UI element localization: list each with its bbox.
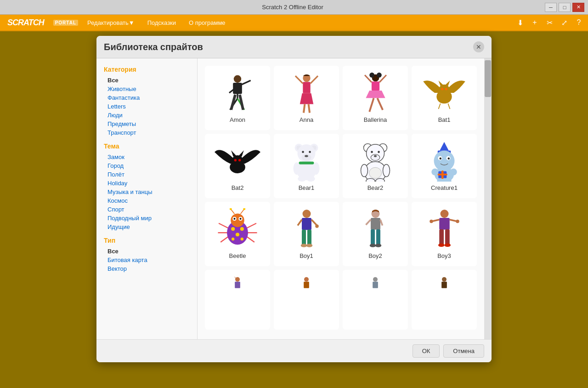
maximize-button[interactable]: □ [559, 3, 571, 12]
sidebar-item-fantasy[interactable]: Фантастика [104, 93, 190, 102]
svg-point-120 [440, 210, 448, 218]
svg-rect-49 [299, 162, 314, 165]
list-item[interactable]: Anna [274, 66, 339, 130]
sidebar-item-vector[interactable]: Вектор [104, 264, 190, 273]
sprites-grid: Amon [201, 62, 481, 336]
svg-point-101 [232, 238, 235, 241]
svg-point-130 [235, 277, 240, 282]
list-item[interactable]: Ballerina [343, 66, 408, 130]
svg-marker-22 [366, 91, 385, 98]
dialog-close-button[interactable]: ✕ [473, 41, 484, 52]
sidebar-item-flight[interactable]: Полёт [104, 170, 190, 179]
sidebar-item-music[interactable]: Музыка и танцы [104, 188, 190, 196]
list-item[interactable]: Boy2 [343, 202, 408, 266]
svg-point-66 [376, 178, 385, 182]
list-item[interactable]: Bear2 [343, 134, 408, 198]
list-item[interactable] [205, 270, 270, 330]
svg-point-17 [369, 73, 374, 78]
list-item[interactable] [343, 270, 408, 330]
svg-marker-27 [439, 80, 444, 86]
cancel-button[interactable]: Отмена [443, 344, 484, 358]
portal-badge: PORTAL [53, 20, 78, 26]
svg-point-106 [315, 224, 319, 228]
svg-point-132 [304, 277, 309, 282]
list-item[interactable]: Beetle [205, 202, 270, 266]
svg-point-100 [236, 233, 239, 236]
sidebar-item-people[interactable]: Люди [104, 111, 190, 120]
list-item[interactable]: Bat1 [412, 66, 477, 130]
list-item[interactable]: Creature1 [412, 134, 477, 198]
menu-about[interactable]: О программе [185, 17, 229, 28]
svg-point-128 [438, 244, 445, 247]
sidebar-item-sport[interactable]: Спорт [104, 205, 190, 214]
list-item[interactable]: Boy1 [274, 202, 339, 266]
list-item[interactable] [274, 270, 339, 330]
ok-button[interactable]: ОК [413, 344, 440, 358]
svg-rect-6 [233, 83, 242, 94]
sidebar-item-underwater[interactable]: Подводный мир [104, 214, 190, 223]
sidebar-item-transport[interactable]: Транспорт [104, 128, 190, 137]
list-item[interactable]: Bear1 [274, 134, 339, 198]
sidebar-item-all-cat[interactable]: Все [104, 76, 190, 85]
fullscreen-icon[interactable]: ⤢ [559, 17, 570, 28]
svg-point-64 [383, 165, 390, 177]
theme-section-title: Тема [104, 143, 190, 150]
sidebar-item-city[interactable]: Город [104, 161, 190, 170]
svg-rect-10 [303, 82, 310, 93]
content-wrapper: Amon [198, 58, 492, 339]
sidebar-item-objects[interactable]: Предметы [104, 120, 190, 128]
cut-icon[interactable]: ✂ [544, 17, 555, 28]
download-icon[interactable]: ⬇ [514, 17, 526, 28]
sidebar-item-walking[interactable]: Идущие [104, 223, 190, 231]
menu-bar: SCRATCH PORTAL Редактировать▼ Подсказки … [0, 15, 588, 31]
svg-point-45 [305, 155, 308, 157]
sprite-label: Boy2 [368, 252, 382, 259]
sprite-label: Bat1 [438, 116, 451, 123]
sidebar-item-holiday[interactable]: Holiday [104, 179, 190, 188]
svg-line-24 [377, 98, 383, 110]
svg-point-37 [234, 159, 237, 161]
sprite-image-anna [283, 72, 329, 114]
sprite-label: Boy1 [300, 252, 313, 259]
close-button[interactable]: ✕ [572, 3, 584, 12]
svg-point-125 [456, 220, 459, 223]
svg-rect-116 [371, 229, 375, 245]
sidebar-item-all-type[interactable]: Все [104, 247, 190, 256]
svg-line-15 [308, 104, 309, 113]
sprite-label: Anna [300, 116, 313, 123]
add-icon[interactable]: + [529, 17, 540, 28]
svg-rect-104 [302, 218, 311, 230]
svg-point-50 [294, 162, 300, 175]
sidebar-item-letters[interactable]: Letters [104, 102, 190, 111]
svg-point-92 [233, 218, 235, 220]
minimize-button[interactable]: ─ [545, 3, 557, 12]
scrollbar[interactable] [484, 58, 492, 339]
sprite-library-dialog: Библиотека спрайтов ✕ Категория Все Живо… [96, 36, 492, 362]
sidebar-item-space[interactable]: Космос [104, 196, 190, 205]
sprite-label: Bear1 [299, 184, 315, 191]
svg-rect-108 [302, 230, 306, 245]
list-item[interactable] [412, 270, 477, 330]
svg-point-119 [375, 244, 381, 247]
sprite-image-dee [421, 276, 467, 299]
list-item[interactable]: Bat2 [205, 134, 270, 198]
svg-rect-77 [438, 174, 447, 176]
sidebar-item-bitmap[interactable]: Битовая карта [104, 256, 190, 264]
dialog-body: Категория Все Животные Фантастика Letter… [96, 58, 492, 339]
svg-marker-13 [300, 93, 313, 104]
scroll-thumb[interactable] [485, 60, 491, 97]
list-item[interactable]: Boy3 [412, 202, 477, 266]
sprite-image-dani [352, 276, 398, 299]
menu-edit[interactable]: Редактировать▼ [84, 17, 138, 28]
editor-area: Библиотека спрайтов ✕ Категория Все Живо… [0, 31, 588, 388]
sprite-image-boy2 [352, 208, 398, 250]
svg-rect-135 [373, 282, 378, 288]
svg-point-72 [440, 158, 442, 160]
help-icon[interactable]: ? [573, 17, 584, 28]
svg-line-105 [311, 220, 317, 226]
sidebar-item-castle[interactable]: Замок [104, 153, 190, 161]
svg-point-103 [302, 210, 311, 218]
list-item[interactable]: Amon [205, 66, 270, 130]
menu-hints[interactable]: Подсказки [144, 17, 180, 28]
sidebar-item-animals[interactable]: Животные [104, 85, 190, 93]
